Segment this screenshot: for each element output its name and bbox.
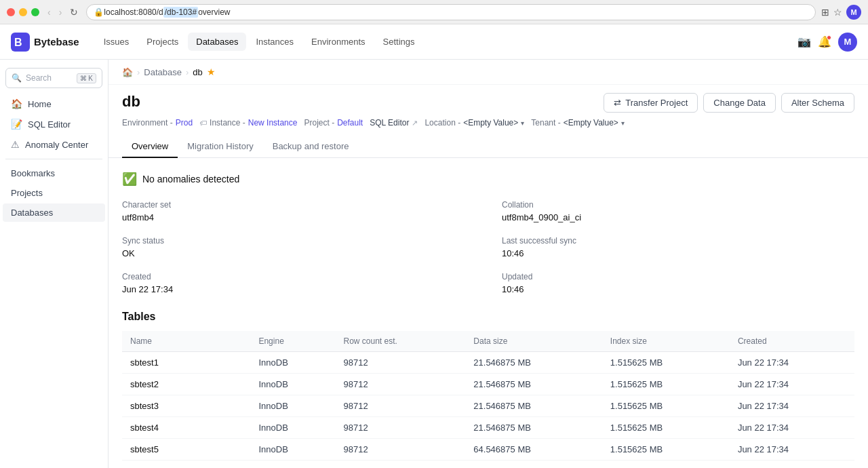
col-index-size: Index size (602, 331, 730, 352)
notification-button[interactable]: 🔔 (818, 35, 831, 48)
sidebar: 🔍 Search ⌘ K 🏠 Home 📝 SQL Editor ⚠ Anoma… (0, 60, 108, 468)
table-row[interactable]: sbtest3 InnoDB 98712 21.546875 MB 1.5156… (122, 395, 854, 417)
nav-projects[interactable]: Projects (138, 33, 186, 51)
user-avatar: M (846, 5, 861, 20)
close-window-button[interactable] (7, 8, 15, 16)
instance-value[interactable]: New Instance (248, 118, 298, 128)
refresh-button[interactable]: ↻ (67, 5, 81, 19)
breadcrumb-home-icon[interactable]: 🏠 (122, 67, 133, 77)
last-sync-label: Last successful sync (502, 236, 854, 246)
nav-environments[interactable]: Environments (303, 33, 373, 51)
tab-migration-history[interactable]: Migration History (178, 136, 263, 158)
col-data-size: Data size (465, 331, 602, 352)
extensions-button[interactable]: ⊞ (821, 7, 829, 18)
tables-body: sbtest1 InnoDB 98712 21.546875 MB 1.5156… (122, 352, 854, 469)
browser-bar: ‹ › ↻ 🔒 localhost:8080/d/db-103#overview… (0, 0, 868, 24)
notification-dot (827, 35, 831, 40)
cell-row-count-3: 98712 (335, 417, 465, 439)
cell-created-1: Jun 22 17:34 (730, 374, 854, 395)
header-actions: ⇄ Transfer Project Change Data Alter Sch… (604, 93, 854, 113)
table-header: Name Engine Row count est. Data size Ind… (122, 331, 854, 352)
sidebar-item-projects-label: Projects (11, 188, 43, 198)
sql-editor-label[interactable]: SQL Editor (370, 118, 409, 128)
breadcrumb-database[interactable]: Database (144, 67, 182, 77)
cell-index-size-5: 16 KB (602, 461, 730, 469)
cell-name-0: sbtest1 (122, 352, 250, 374)
breadcrumb-db: db (193, 67, 202, 77)
cell-data-size-3: 21.546875 MB (465, 417, 602, 439)
meta-project: Project - Default (304, 118, 363, 128)
favorite-star-icon[interactable]: ★ (207, 66, 216, 77)
profile-button[interactable]: M (846, 5, 861, 20)
tab-overview[interactable]: Overview (122, 136, 178, 158)
collation-label: Collation (502, 200, 854, 210)
sidebar-item-projects[interactable]: Projects (3, 184, 105, 202)
nav-issues[interactable]: Issues (96, 33, 138, 51)
search-icon: 🔍 (12, 73, 22, 83)
table-row[interactable]: _sbtest2_ghc InnoDB 100 64 KB 16 KB Jun … (122, 461, 854, 469)
cell-created-3: Jun 22 17:34 (730, 417, 854, 439)
cell-engine-3: InnoDB (250, 417, 335, 439)
instance-tag-icon: 🏷 (199, 119, 207, 127)
cell-name-4: sbtest5 (122, 439, 250, 461)
app: B Bytebase Issues Projects Databases Ins… (0, 24, 868, 468)
user-menu-avatar[interactable]: M (838, 33, 857, 52)
table-row[interactable]: sbtest4 InnoDB 98712 21.546875 MB 1.5156… (122, 417, 854, 439)
alter-schema-button[interactable]: Alter Schema (781, 93, 854, 113)
search-input[interactable]: 🔍 Search ⌘ K (5, 68, 102, 88)
app-logo[interactable]: B Bytebase (11, 33, 79, 52)
bookmark-button[interactable]: ☆ (833, 7, 842, 18)
cell-index-size-2: 1.515625 MB (602, 395, 730, 417)
tenant-value[interactable]: <Empty Value> (564, 118, 618, 128)
created-value: Jun 22 17:34 (122, 284, 475, 294)
sidebar-item-anomaly-center[interactable]: ⚠ Anomaly Center (3, 135, 105, 154)
info-character-set: Character set utf8mb4 (122, 200, 475, 222)
sidebar-item-sql-editor[interactable]: 📝 SQL Editor (3, 115, 105, 134)
table-row[interactable]: sbtest5 InnoDB 98712 64.546875 MB 1.5156… (122, 439, 854, 461)
env-value[interactable]: Prod (176, 118, 193, 128)
back-button[interactable]: ‹ (45, 5, 54, 19)
cell-engine-4: InnoDB (250, 439, 335, 461)
transfer-icon: ⇄ (614, 98, 621, 108)
minimize-window-button[interactable] (19, 8, 27, 16)
logo-text: Bytebase (34, 36, 79, 47)
anomaly-text: No anomalies detected (142, 174, 239, 184)
window-controls (7, 8, 39, 16)
maximize-window-button[interactable] (31, 8, 39, 16)
cell-engine-5: InnoDB (250, 461, 335, 469)
main-content: 🏠 › Database › db ★ db ⇄ Transfer Projec… (108, 60, 868, 468)
table-row[interactable]: sbtest1 InnoDB 98712 21.546875 MB 1.5156… (122, 352, 854, 374)
sidebar-item-bookmarks[interactable]: Bookmarks (3, 164, 105, 182)
info-sync-status: Sync status OK (122, 236, 475, 258)
cell-data-size-5: 64 KB (465, 461, 602, 469)
sidebar-item-home[interactable]: 🏠 Home (3, 94, 105, 113)
tab-backup[interactable]: Backup and restore (263, 136, 359, 158)
sidebar-item-databases[interactable]: Databases (3, 203, 105, 222)
table-row[interactable]: sbtest2 InnoDB 98712 21.546875 MB 1.5156… (122, 374, 854, 395)
change-data-button[interactable]: Change Data (703, 93, 776, 113)
page-title: db (122, 93, 140, 111)
cell-created-5: Jun 22 17:36 (730, 461, 854, 469)
sidebar-item-databases-label: Databases (11, 208, 53, 218)
last-sync-value: 10:46 (502, 248, 854, 258)
cell-row-count-2: 98712 (335, 395, 465, 417)
nav-databases[interactable]: Databases (188, 33, 246, 51)
breadcrumb: 🏠 › Database › db ★ (108, 60, 868, 85)
project-value[interactable]: Default (337, 118, 363, 128)
created-label: Created (122, 272, 475, 281)
screenshot-button[interactable]: 📷 (797, 35, 811, 48)
location-dropdown-icon[interactable]: ▾ (521, 119, 524, 127)
nav-instances[interactable]: Instances (248, 33, 302, 51)
cell-data-size-2: 21.546875 MB (465, 395, 602, 417)
tenant-dropdown-icon[interactable]: ▾ (621, 119, 625, 127)
cell-name-5: _sbtest2_ghc (122, 461, 250, 469)
location-value[interactable]: <Empty Value> (463, 118, 518, 128)
url-bar[interactable]: 🔒 localhost:8080/d/db-103#overview (86, 4, 816, 20)
transfer-project-button[interactable]: ⇄ Transfer Project (604, 93, 698, 113)
cell-row-count-4: 98712 (335, 439, 465, 461)
home-icon: 🏠 (11, 98, 22, 109)
sidebar-item-anomaly-center-label: Anomaly Center (25, 140, 88, 150)
nav-settings[interactable]: Settings (375, 33, 423, 51)
cell-data-size-4: 64.546875 MB (465, 439, 602, 461)
forward-button[interactable]: › (56, 5, 65, 19)
